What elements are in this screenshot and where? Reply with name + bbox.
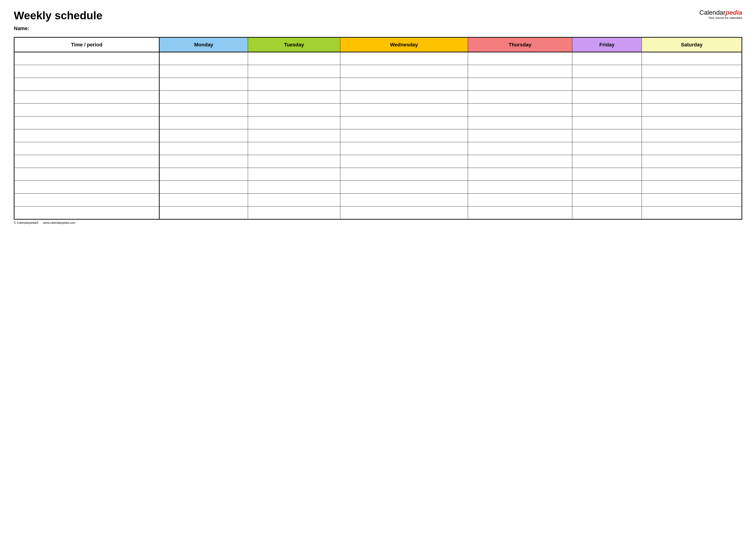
schedule-cell[interactable] (572, 65, 642, 78)
schedule-cell[interactable] (572, 194, 642, 207)
time-cell[interactable] (14, 181, 160, 194)
schedule-cell[interactable] (340, 91, 468, 103)
schedule-cell[interactable] (642, 91, 742, 103)
time-cell[interactable] (14, 142, 160, 155)
schedule-cell[interactable] (468, 65, 572, 78)
time-cell[interactable] (14, 168, 160, 181)
schedule-cell[interactable] (642, 194, 742, 207)
schedule-cell[interactable] (248, 65, 340, 78)
schedule-cell[interactable] (642, 78, 742, 91)
time-cell[interactable] (14, 194, 160, 207)
table-row (14, 129, 742, 142)
schedule-cell[interactable] (468, 181, 572, 194)
schedule-cell[interactable] (248, 155, 340, 168)
schedule-cell[interactable] (160, 78, 248, 91)
schedule-cell[interactable] (160, 168, 248, 181)
brand-logo: Calendarpedia (699, 9, 742, 16)
schedule-cell[interactable] (642, 155, 742, 168)
time-cell[interactable] (14, 129, 160, 142)
schedule-cell[interactable] (340, 52, 468, 65)
time-cell[interactable] (14, 117, 160, 129)
schedule-cell[interactable] (340, 207, 468, 219)
schedule-cell[interactable] (572, 117, 642, 129)
schedule-cell[interactable] (248, 207, 340, 219)
schedule-cell[interactable] (160, 117, 248, 129)
schedule-table: Time / periodMondayTuesdayWednesdayThurs… (14, 37, 742, 220)
schedule-cell[interactable] (468, 207, 572, 219)
schedule-cell[interactable] (572, 155, 642, 168)
schedule-cell[interactable] (340, 155, 468, 168)
schedule-cell[interactable] (572, 52, 642, 65)
name-label: Name: (14, 26, 742, 32)
schedule-cell[interactable] (572, 142, 642, 155)
schedule-cell[interactable] (160, 142, 248, 155)
schedule-cell[interactable] (340, 103, 468, 117)
schedule-cell[interactable] (248, 168, 340, 181)
schedule-cell[interactable] (340, 117, 468, 129)
schedule-cell[interactable] (468, 91, 572, 103)
time-cell[interactable] (14, 91, 160, 103)
schedule-cell[interactable] (642, 129, 742, 142)
schedule-cell[interactable] (572, 129, 642, 142)
schedule-cell[interactable] (642, 65, 742, 78)
schedule-cell[interactable] (248, 78, 340, 91)
schedule-cell[interactable] (160, 155, 248, 168)
schedule-cell[interactable] (642, 207, 742, 219)
schedule-cell[interactable] (642, 142, 742, 155)
schedule-cell[interactable] (340, 78, 468, 91)
schedule-cell[interactable] (248, 91, 340, 103)
schedule-cell[interactable] (248, 142, 340, 155)
schedule-cell[interactable] (468, 168, 572, 181)
schedule-cell[interactable] (572, 181, 642, 194)
schedule-cell[interactable] (248, 52, 340, 65)
schedule-cell[interactable] (468, 78, 572, 91)
col-time-period: Time / period (14, 37, 160, 52)
schedule-cell[interactable] (468, 52, 572, 65)
schedule-cell[interactable] (340, 181, 468, 194)
time-cell[interactable] (14, 78, 160, 91)
schedule-cell[interactable] (468, 103, 572, 117)
schedule-cell[interactable] (468, 155, 572, 168)
col-monday: Monday (160, 37, 248, 52)
schedule-cell[interactable] (160, 129, 248, 142)
schedule-cell[interactable] (642, 117, 742, 129)
schedule-cell[interactable] (572, 103, 642, 117)
schedule-cell[interactable] (572, 78, 642, 91)
schedule-cell[interactable] (572, 207, 642, 219)
schedule-cell[interactable] (468, 194, 572, 207)
schedule-cell[interactable] (468, 117, 572, 129)
schedule-cell[interactable] (642, 181, 742, 194)
schedule-cell[interactable] (468, 142, 572, 155)
schedule-cell[interactable] (160, 103, 248, 117)
time-cell[interactable] (14, 103, 160, 117)
schedule-cell[interactable] (160, 181, 248, 194)
schedule-cell[interactable] (160, 52, 248, 65)
schedule-cell[interactable] (160, 207, 248, 219)
schedule-cell[interactable] (340, 129, 468, 142)
schedule-cell[interactable] (572, 91, 642, 103)
schedule-cell[interactable] (160, 91, 248, 103)
schedule-cell[interactable] (340, 65, 468, 78)
schedule-cell[interactable] (248, 194, 340, 207)
time-cell[interactable] (14, 207, 160, 219)
schedule-cell[interactable] (572, 168, 642, 181)
schedule-cell[interactable] (160, 65, 248, 78)
footer-copyright: © Calendarpedia® (14, 221, 38, 224)
time-cell[interactable] (14, 155, 160, 168)
schedule-cell[interactable] (642, 52, 742, 65)
schedule-cell[interactable] (160, 194, 248, 207)
schedule-cell[interactable] (248, 103, 340, 117)
schedule-cell[interactable] (468, 129, 572, 142)
schedule-cell[interactable] (340, 194, 468, 207)
table-row (14, 103, 742, 117)
schedule-cell[interactable] (248, 117, 340, 129)
time-cell[interactable] (14, 52, 160, 65)
schedule-cell[interactable] (248, 181, 340, 194)
schedule-cell[interactable] (340, 142, 468, 155)
table-row (14, 194, 742, 207)
schedule-cell[interactable] (642, 103, 742, 117)
schedule-cell[interactable] (248, 129, 340, 142)
time-cell[interactable] (14, 65, 160, 78)
schedule-cell[interactable] (642, 168, 742, 181)
schedule-cell[interactable] (340, 168, 468, 181)
